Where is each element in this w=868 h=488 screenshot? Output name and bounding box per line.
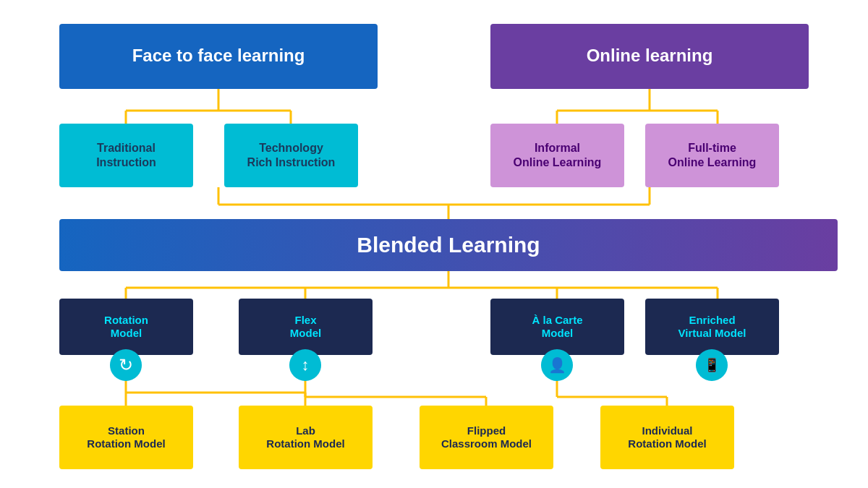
tech-rich-label: TechnologyRich Instruction [247,141,336,168]
fulltime-online-box: Full-timeOnline Learning [645,124,779,187]
alacarte-icon: 👤 [541,349,573,381]
traditional-label: TraditionalInstruction [96,141,156,168]
traditional-instruction-box: TraditionalInstruction [59,124,193,187]
informal-label: InformalOnline Learning [514,141,602,168]
enriched-icon: 📱 [696,349,728,381]
flex-icon: ↕ [289,349,321,381]
rotation-model-box: RotationModel [59,299,193,355]
rotation-icon: ↻ [110,349,142,381]
tech-rich-instruction-box: TechnologyRich Instruction [224,124,358,187]
individual-label: IndividualRotation Model [628,424,706,450]
blended-learning-box: Blended Learning [59,219,838,271]
flex-model-box: FlexModel [239,299,373,355]
individual-rotation-box: IndividualRotation Model [600,406,734,469]
station-label: StationRotation Model [87,424,165,450]
online-learning-box: Online learning [490,24,809,89]
flipped-classroom-box: FlippedClassroom Model [420,406,553,469]
fulltime-label: Full-timeOnline Learning [668,141,757,168]
flipped-label: FlippedClassroom Model [441,424,532,450]
diagram: Face to face learning Online learning Tr… [14,9,854,479]
lab-label: LabRotation Model [266,424,344,450]
lab-rotation-box: LabRotation Model [239,406,373,469]
enriched-label: EnrichedVirtual Model [678,314,746,340]
station-rotation-box: StationRotation Model [59,406,193,469]
alacarte-label: À la CarteModel [532,314,582,340]
enriched-virtual-box: EnrichedVirtual Model [645,299,779,355]
alacarte-model-box: À la CarteModel [490,299,624,355]
informal-online-box: InformalOnline Learning [490,124,624,187]
flex-label: FlexModel [290,314,321,340]
rotation-label: RotationModel [104,314,148,340]
face-learning-box: Face to face learning [59,24,378,89]
